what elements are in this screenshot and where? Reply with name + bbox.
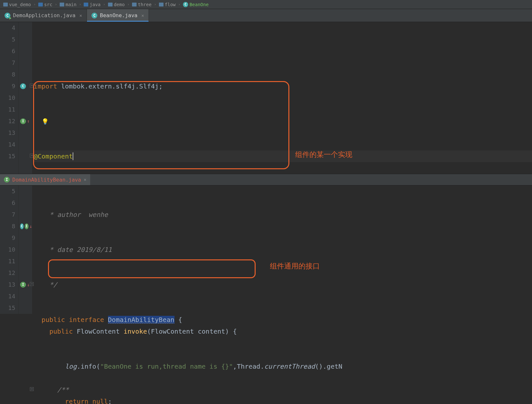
- folder-icon: [108, 3, 113, 6]
- class-icon: C: [183, 2, 188, 7]
- tab-label: DemoApplication.java: [13, 12, 76, 18]
- fold-icon[interactable]: −: [30, 282, 34, 286]
- breadcrumb: vue_demo › src › main › java › demo › th…: [0, 0, 532, 9]
- crumb-flow[interactable]: flow: [159, 2, 176, 7]
- gutter-icons: C I↑: [19, 22, 32, 174]
- close-icon[interactable]: ×: [78, 13, 82, 18]
- folder-icon: [60, 3, 64, 6]
- interface-icon: I: [4, 177, 10, 183]
- annotation-label-2: 组件通用的接口: [270, 261, 320, 271]
- crumb-java[interactable]: java: [84, 2, 101, 7]
- fold-icon[interactable]: −: [30, 84, 34, 88]
- intention-bulb-icon[interactable]: 💡: [42, 118, 49, 125]
- crumb-main[interactable]: main: [60, 2, 77, 7]
- editor-pane-bottom[interactable]: 56789 101112131415 CI↓ I↓ * author wenhe…: [0, 185, 532, 314]
- chevron-icon: ›: [79, 2, 81, 6]
- tab-demoapplication[interactable]: C DemoApplication.java ×: [0, 9, 87, 22]
- fold-icon[interactable]: −: [30, 387, 34, 391]
- tab-beanone[interactable]: C BeanOne.java ×: [87, 9, 149, 22]
- folder-icon: [159, 3, 163, 6]
- folder-icon: [132, 3, 137, 6]
- close-icon[interactable]: ×: [140, 13, 144, 18]
- gutter-override-icon[interactable]: I↑: [19, 115, 32, 127]
- chevron-icon: ›: [127, 2, 129, 6]
- crumb-three[interactable]: three: [132, 2, 151, 7]
- code-area[interactable]: −import lombok.extern.slf4j.Slf4j; 💡 −@C…: [32, 22, 532, 174]
- crumb-file[interactable]: CBeanOne: [183, 2, 209, 7]
- crumb-project[interactable]: vue_demo: [3, 2, 31, 7]
- crumb-src[interactable]: src: [38, 2, 52, 7]
- class-run-icon: C: [5, 13, 10, 18]
- chevron-icon: ›: [178, 2, 181, 6]
- class-icon: C: [91, 13, 97, 18]
- caret: [73, 152, 73, 160]
- folder-icon: [3, 3, 8, 6]
- code-area[interactable]: * author wenhe * date 2019/8/11 − */ pub…: [32, 185, 532, 314]
- gutter-icons: CI↓ I↓: [19, 185, 32, 314]
- tab-label: BeanOne.java: [100, 12, 138, 18]
- chevron-icon: ›: [33, 2, 36, 6]
- editor-tabs: C DemoApplication.java × C BeanOne.java …: [0, 9, 532, 22]
- editor-pane-top[interactable]: 456789 101112131415 C I↑ −import lombok.…: [0, 22, 532, 174]
- line-number-gutter: 56789 101112131415: [0, 185, 19, 314]
- chevron-icon: ›: [55, 2, 57, 6]
- chevron-icon: ›: [103, 2, 105, 6]
- annotation-label-1: 组件的某一个实现: [295, 150, 352, 160]
- folder-icon: [84, 3, 88, 6]
- chevron-icon: ›: [154, 2, 156, 6]
- line-number-gutter: 456789 101112131415: [0, 22, 19, 174]
- fold-icon[interactable]: −: [30, 154, 34, 158]
- crumb-demo[interactable]: demo: [108, 2, 125, 7]
- gutter-implemented-icon[interactable]: CI↓: [19, 220, 32, 232]
- folder-icon: [38, 3, 43, 6]
